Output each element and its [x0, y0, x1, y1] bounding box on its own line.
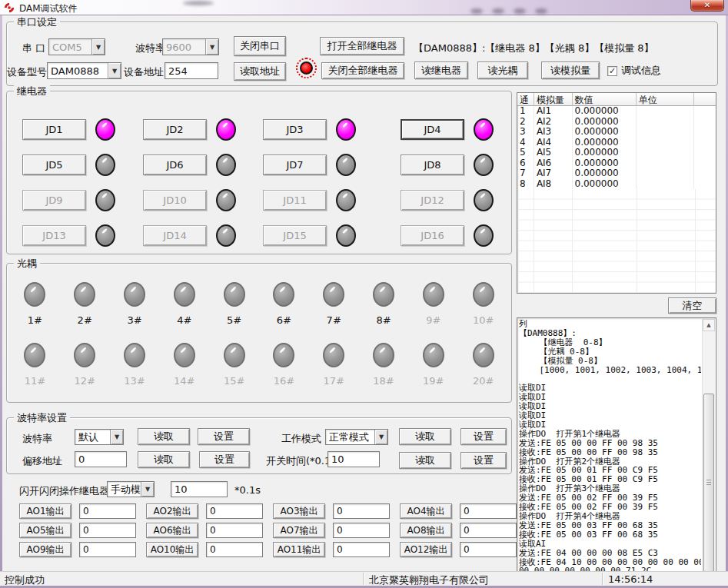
ao-output-input[interactable]: [333, 503, 390, 519]
table-row[interactable]: 8 AI8 0.000000: [517, 179, 716, 190]
read-opto-button[interactable]: 读光耦: [477, 61, 528, 79]
offset-address-input[interactable]: [75, 451, 127, 467]
relay-button[interactable]: JD11: [263, 190, 327, 211]
work-mode-combobox[interactable]: 正常模式 ▼: [325, 429, 388, 445]
read-address-button[interactable]: 读取地址: [234, 62, 286, 81]
table-row[interactable]: 5 AI5 0.000000: [517, 148, 716, 158]
opto-led-indicator: [74, 282, 95, 307]
read-analog-button[interactable]: 读模拟量: [541, 61, 600, 79]
ao-output-button[interactable]: AO3输出: [273, 503, 325, 519]
table-row[interactable]: 6 AI6 0.000000: [517, 158, 716, 169]
relay-led-indicator: [474, 224, 494, 247]
ao-output-button[interactable]: AO9输出: [19, 542, 71, 557]
relay-button[interactable]: JD8: [401, 154, 464, 175]
baudrate-combobox[interactable]: 9600 ▼: [162, 38, 219, 55]
table-row[interactable]: 1 AI1 0.000000: [517, 106, 716, 117]
offset-set-button[interactable]: 设置: [199, 451, 250, 468]
ao-output-input[interactable]: [79, 542, 136, 557]
relay-button[interactable]: JD4: [401, 119, 464, 140]
titlebar[interactable]: DAM调试软件 ✕: [0, 0, 728, 15]
close-button[interactable]: ✕: [690, 0, 724, 12]
ao-output-input[interactable]: [460, 523, 517, 538]
relay-led-indicator: [95, 224, 115, 247]
ao-output-input[interactable]: [333, 542, 390, 557]
work-mode-set-button[interactable]: 设置: [460, 428, 507, 445]
opto-channel-label: 7#: [327, 314, 341, 326]
ao-output-input[interactable]: [79, 523, 136, 538]
ao-output-input[interactable]: [460, 503, 517, 519]
col-header-value[interactable]: 数值: [573, 93, 637, 106]
table-row[interactable]: 2 AI2 0.000000: [517, 117, 716, 128]
col-header-unit[interactable]: 单位: [637, 93, 694, 106]
flash-mode-combobox[interactable]: 手动模式 ▼: [107, 481, 155, 497]
relay-button[interactable]: JD15: [263, 225, 327, 246]
relay-button[interactable]: JD13: [22, 225, 86, 246]
relay-button[interactable]: JD5: [22, 154, 86, 175]
baudrate-setting-combobox[interactable]: 默认 ▼: [75, 429, 124, 445]
ao-output-button[interactable]: AO12输出: [400, 542, 452, 557]
ao-output-input[interactable]: [460, 542, 517, 557]
opto-cell: 16#: [259, 343, 309, 387]
ao-output-input[interactable]: [333, 523, 390, 538]
device-address-input[interactable]: [165, 62, 218, 79]
col-header-channel[interactable]: 通: [517, 93, 534, 106]
scrollbar-thumb[interactable]: [703, 394, 714, 572]
log-scrollbar[interactable]: ▲: [702, 319, 715, 573]
switch-time-set-button[interactable]: 设置: [460, 452, 507, 469]
relay-button[interactable]: JD6: [143, 154, 207, 175]
device-model-combobox[interactable]: DAM0888 ▼: [47, 62, 121, 79]
relay-button[interactable]: JD7: [263, 154, 327, 175]
log-panel[interactable]: 列 【DAM0888】: 【继电器 0-8】 【光耦 0-8】 【模拟量 0-8…: [517, 317, 716, 575]
ao-output-button[interactable]: AO5输出: [19, 523, 71, 538]
ao-output-button[interactable]: AO6输出: [146, 523, 198, 538]
flash-time-input[interactable]: [171, 481, 228, 497]
opto-channel-label: 16#: [274, 375, 294, 387]
cell-channel: 3: [517, 127, 534, 138]
switch-time-read-button[interactable]: 读取: [399, 452, 451, 469]
company-name: 北京聚英翱翔电子有限公司: [369, 573, 489, 587]
baudrate-read-button[interactable]: 读取: [138, 428, 190, 445]
open-all-relays-button[interactable]: 打开全部继电器: [320, 37, 404, 55]
relay-button[interactable]: JD3: [263, 119, 327, 140]
opto-cell: 18#: [359, 343, 409, 387]
ao-output-input[interactable]: [206, 503, 263, 519]
table-row[interactable]: 4 AI4 0.000000: [517, 138, 716, 148]
debug-info-checkbox[interactable]: ✓ 调试信息: [607, 64, 661, 78]
work-mode-read-button[interactable]: 读取: [399, 428, 451, 445]
relay-button[interactable]: JD1: [22, 119, 86, 140]
ao-output-input[interactable]: [206, 542, 263, 557]
ao-output-button[interactable]: AO10输出: [146, 542, 198, 557]
relay-button[interactable]: JD10: [143, 190, 207, 211]
device-model-label: 设备型号: [7, 65, 47, 79]
relay-button[interactable]: JD9: [22, 190, 86, 211]
ao-output-input[interactable]: [79, 503, 136, 519]
scrollbar-up-icon[interactable]: ▲: [703, 319, 715, 331]
ao-output-button[interactable]: AO8输出: [400, 523, 452, 538]
ao-output-button[interactable]: AO4输出: [400, 503, 452, 519]
offset-read-button[interactable]: 读取: [138, 451, 190, 468]
close-all-relays-button[interactable]: 关闭全部继电器: [321, 62, 404, 79]
table-row[interactable]: 3 AI3 0.000000: [517, 127, 716, 138]
close-serial-button[interactable]: 关闭串口: [234, 36, 286, 56]
read-relay-button[interactable]: 读继电器: [414, 61, 468, 79]
relay-button[interactable]: JD2: [143, 119, 207, 140]
table-row[interactable]: 7 AI7 0.000000: [517, 168, 716, 179]
baudrate-set-button[interactable]: 设置: [198, 428, 250, 445]
serial-group-title: 串口设定: [14, 15, 60, 29]
relay-button[interactable]: JD16: [401, 225, 464, 246]
opto-led-indicator: [174, 343, 195, 367]
relay-button[interactable]: JD14: [143, 225, 207, 246]
ao-output-button[interactable]: AO7输出: [273, 523, 325, 538]
port-combobox[interactable]: COM5 ▼: [48, 38, 105, 55]
ao-output-input[interactable]: [206, 523, 263, 538]
ao-output-button[interactable]: AO11输出: [273, 542, 325, 557]
cell-unit: [637, 117, 694, 128]
opto-channel-label: 6#: [277, 314, 291, 326]
relay-button[interactable]: JD12: [401, 190, 464, 211]
opto-led-indicator: [224, 343, 245, 367]
col-header-analog[interactable]: 模拟量: [534, 93, 573, 106]
clear-log-button[interactable]: 清空: [668, 297, 716, 314]
ao-output-button[interactable]: AO2输出: [146, 503, 198, 519]
switch-time-input[interactable]: [327, 451, 380, 467]
ao-output-button[interactable]: AO1输出: [19, 503, 71, 519]
